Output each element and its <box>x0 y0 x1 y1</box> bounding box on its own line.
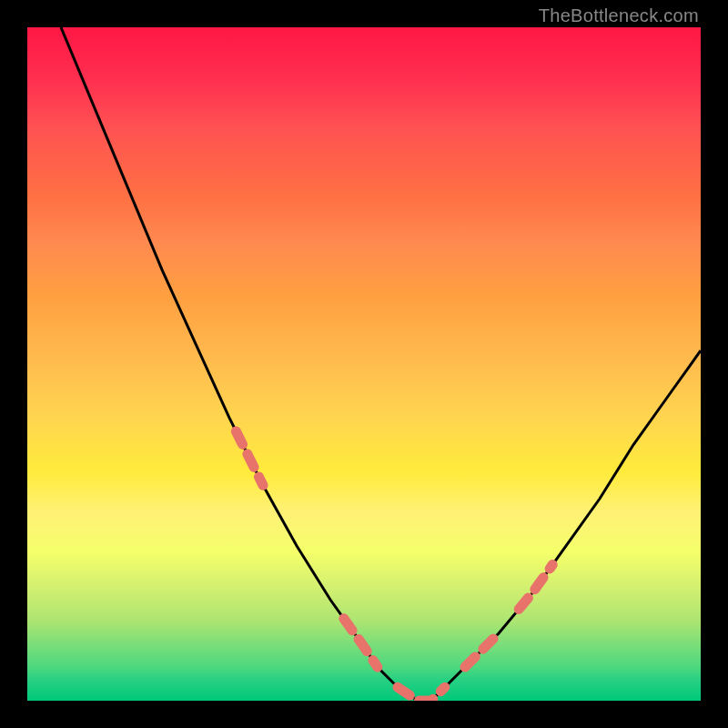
watermark-text: TheBottleneck.com <box>539 5 699 26</box>
chart-container: TheBottleneck.com <box>0 0 728 728</box>
plot-background <box>27 27 701 701</box>
